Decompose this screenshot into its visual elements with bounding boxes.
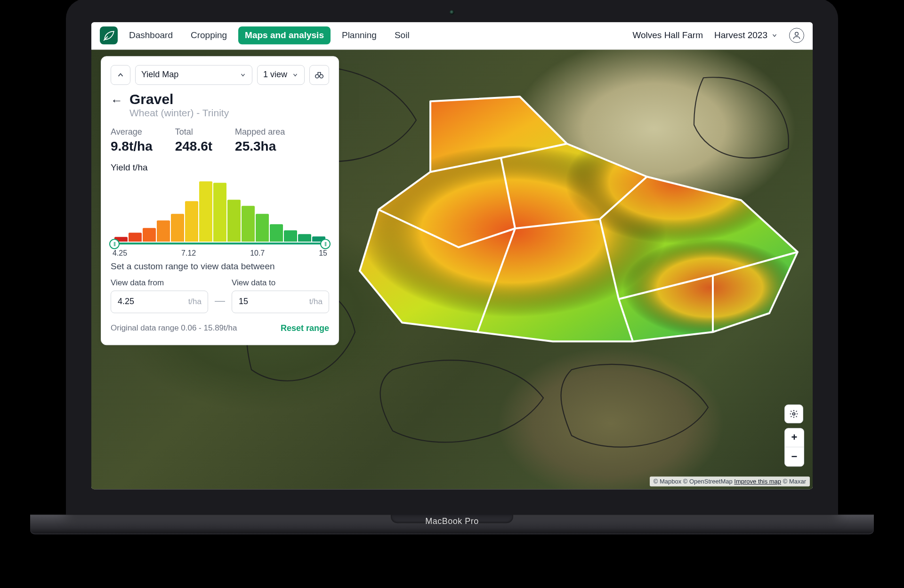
histogram-ticks: 4.25 7.12 10.7 15 xyxy=(113,249,327,258)
to-label: View data to xyxy=(232,278,329,288)
tick-1: 7.12 xyxy=(181,249,196,258)
farm-name: Wolves Hall Farm xyxy=(632,30,703,40)
histogram-bar xyxy=(129,233,142,242)
range-slider-min-handle[interactable] xyxy=(109,239,120,249)
view-count-select[interactable]: 1 view xyxy=(257,65,305,85)
tick-3: 15 xyxy=(319,249,327,258)
user-icon xyxy=(792,31,801,40)
leaf-icon xyxy=(103,29,115,41)
total-value: 248.6t xyxy=(175,139,212,154)
profile-button[interactable] xyxy=(789,28,804,43)
reset-range-button[interactable]: Reset range xyxy=(281,323,329,333)
nav-cropping[interactable]: Cropping xyxy=(184,26,234,44)
svg-point-1 xyxy=(315,74,319,78)
histogram-bar xyxy=(199,181,212,241)
attr-osm: © OpenStreetMap xyxy=(683,478,733,485)
avg-label: Average xyxy=(111,127,153,137)
chevron-down-icon xyxy=(292,72,299,78)
binoculars-icon xyxy=(314,70,324,80)
stats-row: Average 9.8t/ha Total 248.6t Mapped area… xyxy=(111,127,329,154)
chevron-up-icon xyxy=(116,71,125,79)
screen-bezel: Dashboard Cropping Maps and analysis Pla… xyxy=(66,0,838,515)
histogram-bar xyxy=(143,228,156,242)
crop-variety: Wheat (winter) - Trinity xyxy=(129,107,229,119)
side-panel: Yield Map 1 view xyxy=(101,56,339,345)
histogram-bar xyxy=(256,214,269,242)
laptop-frame: Dashboard Cropping Maps and analysis Pla… xyxy=(66,0,838,526)
unit-label: t/ha xyxy=(309,297,323,306)
nav-planning[interactable]: Planning xyxy=(335,26,383,44)
map-workspace[interactable]: Yield Map 1 view xyxy=(91,49,813,489)
app-screen: Dashboard Cropping Maps and analysis Pla… xyxy=(91,22,813,489)
map-type-select[interactable]: Yield Map xyxy=(135,65,252,85)
histogram-bar xyxy=(242,206,255,241)
histogram-bar xyxy=(213,183,226,242)
original-range-text: Original data range 0.06 - 15.89t/ha xyxy=(111,323,237,333)
histogram-bar xyxy=(171,214,184,242)
histogram-title: Yield t/ha xyxy=(111,162,329,173)
range-slider-max-handle[interactable] xyxy=(320,239,331,249)
collapse-panel-button[interactable] xyxy=(111,65,130,85)
zoom-out-button[interactable]: − xyxy=(785,447,804,466)
season-label: Harvest 2023 xyxy=(714,30,767,40)
chevron-down-icon xyxy=(240,72,246,78)
histogram-bar xyxy=(157,221,170,242)
area-label: Mapped area xyxy=(235,127,285,137)
zoom-in-button[interactable]: + xyxy=(785,428,804,447)
map-controls: + − xyxy=(784,404,804,467)
app-logo[interactable] xyxy=(100,26,118,44)
binoculars-button[interactable] xyxy=(309,65,329,85)
from-label: View data from xyxy=(111,278,208,288)
chevron-down-icon xyxy=(771,32,778,39)
nav-soil[interactable]: Soil xyxy=(388,26,416,44)
tick-0: 4.25 xyxy=(113,249,127,258)
histogram-bar xyxy=(185,201,198,242)
camera-icon xyxy=(450,10,454,15)
histogram-bar xyxy=(284,230,297,241)
unit-label: t/ha xyxy=(188,297,202,306)
gear-icon xyxy=(789,409,799,419)
histogram-bar xyxy=(227,200,241,241)
histogram-bar xyxy=(298,234,311,242)
tick-2: 10.7 xyxy=(250,249,265,258)
back-button[interactable]: ← xyxy=(111,91,123,106)
histogram-bar xyxy=(270,224,283,241)
custom-range-hint: Set a custom range to view data between xyxy=(111,261,329,272)
improve-map-link[interactable]: Improve this map xyxy=(734,478,781,485)
attr-mapbox: © Mapbox xyxy=(654,478,681,485)
svg-point-2 xyxy=(320,74,323,78)
field-name: Gravel xyxy=(129,91,229,107)
top-nav: Dashboard Cropping Maps and analysis Pla… xyxy=(91,22,813,49)
map-settings-button[interactable] xyxy=(784,404,803,423)
svg-point-3 xyxy=(793,412,795,415)
svg-point-0 xyxy=(795,32,799,36)
total-label: Total xyxy=(175,127,212,137)
laptop-brand: MacBook Pro xyxy=(66,516,838,526)
map-type-label: Yield Map xyxy=(141,70,178,80)
nav-maps-analysis[interactable]: Maps and analysis xyxy=(238,26,331,44)
range-dash: — xyxy=(215,295,225,307)
season-select[interactable]: Harvest 2023 xyxy=(714,30,778,40)
view-count-label: 1 view xyxy=(263,70,287,80)
area-value: 25.3ha xyxy=(235,139,285,154)
nav-dashboard[interactable]: Dashboard xyxy=(122,26,179,44)
attr-maxar: © Maxar xyxy=(783,478,806,485)
range-slider-track[interactable] xyxy=(114,242,325,244)
avg-value: 9.8t/ha xyxy=(111,139,153,154)
map-attribution: © Mapbox © OpenStreetMap Improve this ma… xyxy=(650,476,810,486)
yield-histogram xyxy=(114,176,325,246)
